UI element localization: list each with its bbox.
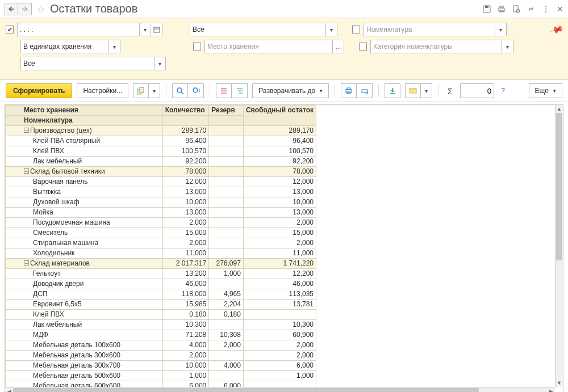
sum-input[interactable] bbox=[460, 83, 494, 98]
date-field[interactable]: . . : : bbox=[17, 23, 140, 36]
pin-icon[interactable]: 📌 bbox=[549, 22, 565, 37]
help-icon[interactable]: ? bbox=[501, 87, 505, 95]
collapse-button[interactable] bbox=[216, 83, 232, 98]
variants-dropdown-button[interactable]: ▾ bbox=[149, 83, 160, 98]
horizontal-scrollbar[interactable]: ◀ ▶ bbox=[5, 387, 555, 392]
star-icon[interactable]: ☆ bbox=[36, 3, 45, 15]
row-name: МДФ bbox=[33, 331, 48, 339]
cell-qty: 2,000 bbox=[162, 238, 209, 248]
col-qty[interactable]: Количество bbox=[162, 106, 209, 116]
print-button[interactable] bbox=[341, 83, 357, 98]
table-row[interactable]: Евровинт 6,5х515,9852,20413,781 bbox=[6, 300, 316, 310]
mail-dropdown-button[interactable]: ▾ bbox=[421, 83, 432, 98]
cell-qty: 13,000 bbox=[162, 208, 209, 218]
table-row[interactable]: Мебельная деталь 300х6002,0002,000 bbox=[6, 351, 316, 361]
expand-to-button[interactable]: Разворачивать до▾ bbox=[252, 83, 329, 98]
cell-free bbox=[243, 310, 316, 320]
table-row[interactable]: Гелькоут13,2001,00012,200 bbox=[6, 269, 316, 279]
table-row[interactable]: Мебельная деталь 100х6004,0002,0002,000 bbox=[6, 340, 316, 351]
scroll-up-button[interactable]: ▲ bbox=[556, 105, 563, 113]
print-icon[interactable] bbox=[498, 5, 506, 13]
storage-select-button[interactable]: … bbox=[333, 40, 344, 53]
category-checkbox[interactable] bbox=[359, 43, 367, 50]
table-row[interactable]: Духовой шкаф10,00010,000 bbox=[6, 197, 316, 208]
col-nomen[interactable]: Номенклатура bbox=[6, 116, 163, 126]
tree-toggle-icon[interactable]: − bbox=[24, 260, 29, 265]
col-free[interactable]: Свободный остаток bbox=[243, 106, 316, 126]
variants-icon bbox=[137, 87, 145, 95]
table-row[interactable]: Лак мебельный92,20092,200 bbox=[6, 157, 316, 167]
table-row[interactable]: Клей ПВХ0,1800,180 bbox=[6, 310, 316, 320]
print-preview-button[interactable] bbox=[357, 83, 373, 98]
find-next-button[interactable] bbox=[188, 83, 204, 98]
tree-toggle-icon[interactable]: − bbox=[24, 168, 29, 174]
date-checkbox[interactable]: ✔ bbox=[6, 26, 14, 33]
col-storage[interactable]: Место хранения bbox=[6, 106, 163, 116]
nav-fwd-button[interactable] bbox=[18, 3, 32, 15]
table-row[interactable]: МДФ71,20810,30860,900 bbox=[6, 330, 316, 340]
table-row[interactable]: Мебельная деталь 300х70010,0004,0006,000 bbox=[6, 361, 316, 371]
scroll-thumb-h[interactable] bbox=[13, 388, 479, 392]
vertical-scrollbar[interactable]: ▲ ▼ bbox=[555, 105, 563, 387]
storage-checkbox[interactable] bbox=[193, 43, 201, 50]
category-field[interactable]: Категория номенклатуры bbox=[370, 40, 502, 53]
table-row[interactable]: −Склад материалов2 017,317276,0971 741,2… bbox=[6, 259, 316, 269]
table-row[interactable]: Стиральная машина2,0002,000 bbox=[6, 238, 316, 248]
nomen-filter-dropdown-button[interactable]: ▾ bbox=[326, 23, 337, 36]
nomen-dropdown-button[interactable]: ▾ bbox=[495, 23, 507, 36]
cell-free: 12,200 bbox=[243, 269, 316, 279]
table-row[interactable]: −Производство (цех)289,170289,170 bbox=[6, 126, 316, 136]
storage-field[interactable]: Место хранения bbox=[204, 40, 333, 53]
table-row[interactable]: Мебельная деталь 500х6001,0001,000 bbox=[6, 371, 316, 381]
close-icon[interactable]: ✕ bbox=[557, 5, 563, 14]
save-file-button[interactable] bbox=[385, 83, 400, 98]
table-row[interactable]: Клей ПВА столярный96,40096,400 bbox=[6, 136, 316, 146]
units-dropdown-button[interactable]: ▾ bbox=[109, 40, 120, 53]
table-row[interactable]: Лак мебельный10,30010,300 bbox=[6, 320, 316, 330]
table-row[interactable]: Посудомоечная машина2,0002,000 bbox=[6, 218, 316, 228]
owner-field[interactable]: Все bbox=[20, 57, 154, 70]
preview-icon[interactable] bbox=[512, 5, 520, 13]
form-button[interactable]: Сформировать bbox=[6, 83, 72, 98]
table-row[interactable]: Смеситель15,00015,000 bbox=[6, 228, 316, 238]
find-button[interactable] bbox=[172, 83, 188, 98]
scroll-left-button[interactable]: ◀ bbox=[5, 387, 13, 392]
scroll-right-button[interactable]: ▶ bbox=[547, 387, 555, 392]
mail-icon bbox=[409, 87, 417, 94]
table-row[interactable]: −Склад бытовой техники78,00078,000 bbox=[6, 167, 316, 177]
more-icon[interactable]: ⋮ bbox=[542, 5, 550, 14]
mail-button[interactable] bbox=[405, 83, 421, 98]
date-clear-button[interactable]: ▾ bbox=[140, 23, 151, 36]
more-button[interactable]: Еще▾ bbox=[529, 83, 562, 98]
table-row[interactable]: Мебельная деталь 600х6006,0006,000 bbox=[6, 381, 316, 387]
settings-button[interactable]: Настройки... bbox=[77, 83, 128, 98]
scroll-thumb-v[interactable] bbox=[556, 113, 562, 260]
link-icon[interactable] bbox=[527, 5, 535, 13]
nav-back-button[interactable] bbox=[5, 3, 18, 15]
save-icon[interactable] bbox=[483, 5, 491, 13]
table-row[interactable]: Холодильник11,00011,000 bbox=[6, 248, 316, 259]
units-field[interactable]: В единицах хранения bbox=[20, 40, 109, 53]
tree-toggle-icon[interactable]: − bbox=[24, 128, 29, 133]
cell-qty: 0,180 bbox=[162, 310, 209, 320]
date-picker-button[interactable] bbox=[151, 23, 162, 36]
col-qty-2 bbox=[162, 116, 209, 126]
expand-button[interactable] bbox=[232, 83, 248, 98]
cell-qty: 10,000 bbox=[162, 361, 209, 371]
table-row[interactable]: Клей ПВХ100,570100,570 bbox=[6, 146, 316, 157]
nomen-filter-field[interactable]: Все bbox=[190, 23, 326, 36]
table-row[interactable]: Вытяжка13,00013,000 bbox=[6, 187, 316, 197]
table-row[interactable]: Варочная панель12,00012,000 bbox=[6, 177, 316, 187]
col-reserve[interactable]: Резерв bbox=[209, 106, 244, 116]
owner-dropdown-button[interactable]: ▾ bbox=[154, 57, 166, 70]
category-dropdown-button[interactable]: ▾ bbox=[502, 40, 513, 53]
nomen-checkbox[interactable] bbox=[352, 26, 360, 33]
table-row[interactable]: Мойка13,00013,000 bbox=[6, 208, 316, 218]
report-grid: Место хранения Количество Резерв Свободн… bbox=[5, 104, 563, 392]
grid-table[interactable]: Место хранения Количество Резерв Свободн… bbox=[5, 105, 316, 387]
table-row[interactable]: Доводчик двери46,00046,000 bbox=[6, 279, 316, 289]
table-row[interactable]: ДСП118,0004,965113,035 bbox=[6, 289, 316, 300]
nomen-field[interactable]: Номенклатура bbox=[364, 23, 495, 36]
variants-button[interactable] bbox=[133, 83, 149, 98]
scroll-down-button[interactable]: ▼ bbox=[556, 379, 563, 387]
